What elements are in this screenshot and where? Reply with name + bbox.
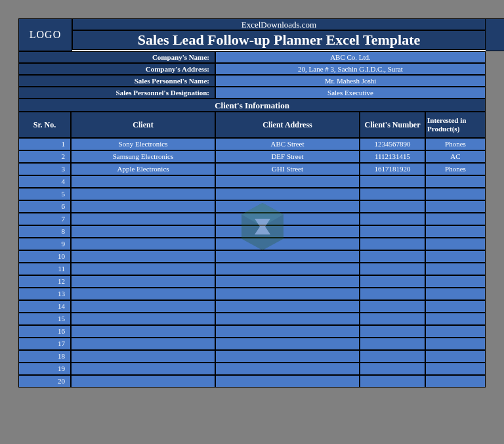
label-company-name: Company's Name: bbox=[18, 51, 215, 63]
cell-address: ABC Street bbox=[215, 138, 360, 150]
label-personnel-name: Sales Personnel's Name: bbox=[18, 75, 215, 87]
cell-product bbox=[425, 288, 486, 300]
cell-address bbox=[215, 338, 360, 350]
cell-sr: 4 bbox=[18, 175, 71, 188]
cell-client bbox=[71, 250, 215, 263]
cell-address bbox=[215, 300, 360, 313]
cell-number bbox=[360, 350, 425, 363]
cell-address bbox=[215, 213, 360, 225]
cell-number bbox=[360, 225, 425, 238]
cell-product bbox=[425, 263, 486, 275]
col-header-number: Client's Number bbox=[360, 112, 425, 138]
cell-number: 1234567890 bbox=[360, 138, 425, 150]
cell-number bbox=[360, 375, 425, 388]
cell-client bbox=[71, 313, 215, 325]
cell-client bbox=[71, 200, 215, 213]
cell-sr: 14 bbox=[18, 300, 71, 313]
cell-product bbox=[425, 213, 486, 225]
label-personnel-designation: Sales Personnel's Designation: bbox=[18, 87, 215, 99]
right-dark-block bbox=[486, 18, 504, 51]
cell-address bbox=[215, 350, 360, 363]
cell-client: Sony Electronics bbox=[71, 138, 215, 150]
table-row: 20 bbox=[18, 375, 486, 388]
cell-number bbox=[360, 275, 425, 288]
cell-number bbox=[360, 338, 425, 350]
table-row: 7 bbox=[18, 213, 486, 225]
cell-product bbox=[425, 300, 486, 313]
cell-number bbox=[360, 213, 425, 225]
cell-sr: 1 bbox=[18, 138, 71, 150]
cell-sr: 7 bbox=[18, 213, 71, 225]
cell-client bbox=[71, 325, 215, 338]
table-row: 10 bbox=[18, 250, 486, 263]
cell-sr: 6 bbox=[18, 200, 71, 213]
site-name: ExcelDownloads.com bbox=[72, 18, 486, 30]
cell-address: GHI Street bbox=[215, 163, 360, 175]
table-row: 18 bbox=[18, 350, 486, 363]
cell-number bbox=[360, 325, 425, 338]
value-personnel-designation: Sales Executive bbox=[215, 87, 486, 99]
cell-product bbox=[425, 338, 486, 350]
table-row: 13 bbox=[18, 288, 486, 300]
cell-client bbox=[71, 175, 215, 188]
cell-sr: 12 bbox=[18, 275, 71, 288]
cell-sr: 17 bbox=[18, 338, 71, 350]
cell-number: 1617181920 bbox=[360, 163, 425, 175]
cell-client: Apple Electronics bbox=[71, 163, 215, 175]
table-row: 16 bbox=[18, 325, 486, 338]
cell-product: AC bbox=[425, 150, 486, 163]
cell-sr: 11 bbox=[18, 263, 71, 275]
table-row: 17 bbox=[18, 338, 486, 350]
table-body: 1Sony ElectronicsABC Street1234567890Pho… bbox=[18, 138, 486, 388]
cell-sr: 15 bbox=[18, 313, 71, 325]
cell-address bbox=[215, 375, 360, 388]
cell-product bbox=[425, 175, 486, 188]
cell-client bbox=[71, 350, 215, 363]
cell-client bbox=[71, 225, 215, 238]
cell-product bbox=[425, 325, 486, 338]
cell-sr: 16 bbox=[18, 325, 71, 338]
cell-number bbox=[360, 250, 425, 263]
cell-address bbox=[215, 225, 360, 238]
template-title: Sales Lead Follow-up Planner Excel Templ… bbox=[72, 30, 486, 50]
table-row: 11 bbox=[18, 263, 486, 275]
cell-client bbox=[71, 188, 215, 200]
cell-number bbox=[360, 300, 425, 313]
cell-address bbox=[215, 275, 360, 288]
table-row: 4 bbox=[18, 175, 486, 188]
cell-address bbox=[215, 325, 360, 338]
cell-product bbox=[425, 275, 486, 288]
cell-sr: 20 bbox=[18, 375, 71, 388]
spreadsheet-template: LOGO ExcelDownloads.com Sales Lead Follo… bbox=[18, 18, 486, 388]
cell-product bbox=[425, 200, 486, 213]
cell-address bbox=[215, 200, 360, 213]
cell-number bbox=[360, 363, 425, 375]
cell-sr: 8 bbox=[18, 225, 71, 238]
section-header: Client's Information bbox=[18, 99, 486, 112]
table-row: 5 bbox=[18, 188, 486, 200]
cell-number bbox=[360, 175, 425, 188]
cell-client bbox=[71, 338, 215, 350]
cell-client bbox=[71, 300, 215, 313]
cell-address bbox=[215, 250, 360, 263]
logo-placeholder: LOGO bbox=[18, 18, 72, 51]
label-company-address: Company's Address: bbox=[18, 63, 215, 75]
cell-sr: 10 bbox=[18, 250, 71, 263]
cell-number bbox=[360, 200, 425, 213]
cell-product bbox=[425, 188, 486, 200]
cell-address bbox=[215, 288, 360, 300]
value-company-name: ABC Co. Ltd. bbox=[215, 51, 486, 63]
cell-client bbox=[71, 288, 215, 300]
cell-client bbox=[71, 275, 215, 288]
cell-address bbox=[215, 363, 360, 375]
table-row: 9 bbox=[18, 238, 486, 250]
col-header-address: Client Address bbox=[215, 112, 360, 138]
cell-client bbox=[71, 363, 215, 375]
cell-product bbox=[425, 363, 486, 375]
cell-product bbox=[425, 350, 486, 363]
cell-sr: 5 bbox=[18, 188, 71, 200]
value-personnel-name: Mr. Mahesh Joshi bbox=[215, 75, 486, 87]
cell-address bbox=[215, 175, 360, 188]
cell-product: Phones bbox=[425, 138, 486, 150]
cell-number bbox=[360, 188, 425, 200]
